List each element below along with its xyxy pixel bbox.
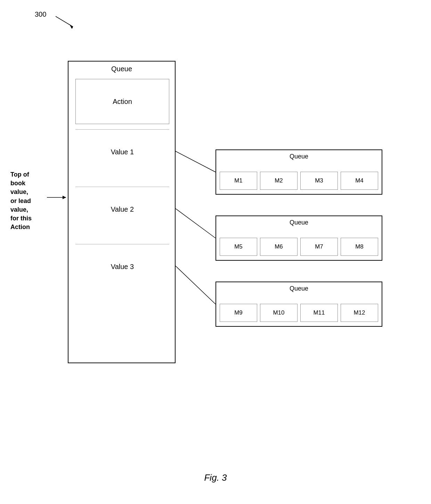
side-label-arrow-icon — [47, 194, 70, 201]
message-box-m2: M2 — [260, 172, 298, 190]
main-queue-box: Queue Action Value 1 Value 2 Value 3 — [68, 61, 176, 363]
value-row-1: Value 1 — [75, 129, 169, 174]
right-queue-3-title: Queue — [216, 285, 382, 292]
diagram-container: 300 Queue Action Value 1 Value 2 Value 3… — [0, 0, 431, 504]
message-boxes-1: M1 M2 M3 M4 — [220, 172, 378, 190]
right-queue-2-title: Queue — [216, 219, 382, 226]
message-boxes-2: M5 M6 M7 M8 — [220, 238, 378, 256]
right-queue-1: Queue M1 M2 M3 M4 — [216, 149, 382, 195]
value-row-2: Value 2 — [75, 187, 169, 232]
message-box-m3: M3 — [300, 172, 338, 190]
value-2-label: Value 2 — [111, 205, 134, 213]
message-box-m12: M12 — [341, 304, 378, 322]
main-queue-title: Queue — [68, 65, 175, 73]
message-boxes-3: M9 M10 M11 M12 — [220, 304, 378, 322]
message-box-m1: M1 — [220, 172, 257, 190]
message-box-m8: M8 — [341, 238, 378, 256]
right-queue-3: Queue M9 M10 M11 M12 — [216, 282, 382, 327]
value-3-label: Value 3 — [111, 263, 134, 271]
svg-line-5 — [176, 209, 216, 238]
action-label: Action — [113, 98, 132, 106]
message-box-m11: M11 — [300, 304, 338, 322]
right-queue-2: Queue M5 M6 M7 M8 — [216, 216, 382, 261]
diagram-number: 300 — [35, 10, 46, 18]
message-box-m5: M5 — [220, 238, 257, 256]
right-queue-1-title: Queue — [216, 153, 382, 160]
message-box-m6: M6 — [260, 238, 298, 256]
svg-line-4 — [176, 151, 216, 172]
svg-marker-1 — [70, 24, 73, 29]
svg-line-6 — [176, 266, 216, 304]
message-box-m10: M10 — [260, 304, 298, 322]
svg-marker-3 — [63, 196, 66, 199]
message-box-m7: M7 — [300, 238, 338, 256]
value-1-label: Value 1 — [111, 148, 134, 156]
diagram-number-arrow — [54, 15, 75, 29]
value-row-3: Value 3 — [75, 244, 169, 289]
action-box: Action — [75, 79, 169, 124]
message-box-m4: M4 — [341, 172, 378, 190]
message-box-m9: M9 — [220, 304, 257, 322]
figure-label: Fig. 3 — [204, 472, 227, 483]
side-label: Top ofbookvalue,or leadvalue,for thisAct… — [10, 170, 45, 231]
